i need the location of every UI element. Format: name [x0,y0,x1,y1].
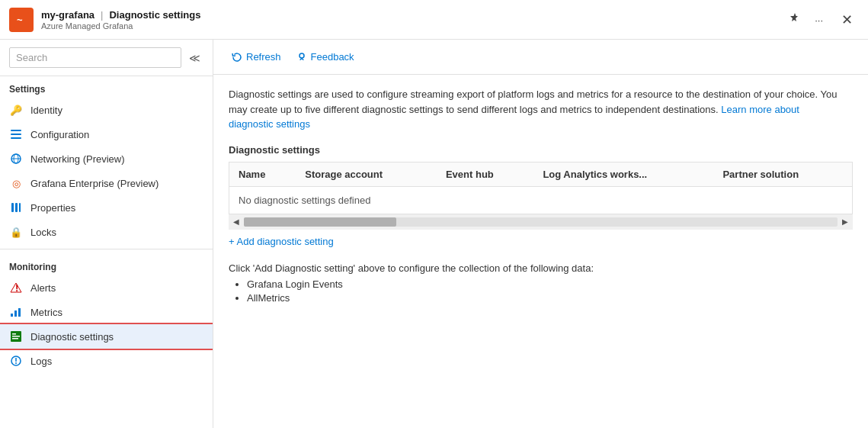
page-title: Diagnostic settings [109,9,200,21]
sidebar-item-diagnostic-settings[interactable]: Diagnostic settings [0,324,213,349]
key-icon: 🔑 [9,103,23,117]
feedback-label: Feedback [311,51,354,63]
add-diagnostic-setting-link[interactable]: + Add diagnostic setting [229,236,334,247]
description-text: Diagnostic settings are used to configur… [229,87,838,132]
sidebar-label-networking: Networking (Preview) [30,153,125,165]
sidebar-item-grafana-enterprise[interactable]: ◎ Grafana Enterprise (Preview) [0,171,213,195]
sidebar-label-configuration: Configuration [30,129,89,140]
svg-rect-18 [12,336,20,337]
svg-rect-17 [12,333,16,335]
list-item-grafana-login: Grafana Login Events [247,278,853,290]
horizontal-scrollbar[interactable]: ◀ ▶ [229,214,853,230]
scroll-left-arrow[interactable]: ◀ [229,216,244,228]
logs-icon [9,354,23,368]
sidebar-item-metrics[interactable]: Metrics [0,300,213,324]
svg-point-22 [15,362,17,364]
svg-rect-2 [11,130,21,131]
sidebar-label-grafana-enterprise: Grafana Enterprise (Preview) [30,178,159,189]
svg-rect-19 [12,338,18,340]
col-name: Name [229,163,296,187]
no-data-message: No diagnostic settings defined [229,186,852,214]
sidebar-item-identity[interactable]: 🔑 Identity [0,98,213,122]
diagnostic-settings-section-title: Diagnostic settings [229,144,853,156]
svg-rect-4 [11,137,21,139]
collapse-sidebar-button[interactable]: ≪ [186,49,203,67]
diagnostic-table: Name Storage account Event hub Log Analy… [229,163,852,214]
metrics-icon [9,305,23,319]
sidebar-label-diagnostic-settings: Diagnostic settings [30,331,114,343]
svg-rect-13 [11,314,13,317]
header-title-block: my-grafana | Diagnostic settings Azure M… [41,9,784,31]
sidebar: ≪ Settings 🔑 Identity Configuration [0,40,213,428]
sidebar-item-configuration[interactable]: Configuration [0,122,213,146]
title-separator: | [101,9,103,21]
svg-text:!: ! [15,282,18,294]
svg-rect-8 [11,203,14,212]
search-input[interactable] [9,47,181,68]
svg-rect-14 [14,311,17,317]
svg-rect-15 [18,308,21,317]
networking-icon [9,152,23,166]
table-header-row: Name Storage account Event hub Log Analy… [229,163,852,187]
resource-name: my-grafana [41,9,94,21]
col-storage: Storage account [296,163,437,187]
header-title: my-grafana | Diagnostic settings [41,9,784,21]
diagnostic-table-container: Name Storage account Event hub Log Analy… [229,162,853,214]
refresh-button[interactable]: Refresh [226,47,287,66]
sidebar-item-locks[interactable]: 🔒 Locks [0,220,213,244]
col-partner: Partner solution [713,163,852,187]
feedback-button[interactable]: Feedback [290,47,360,66]
content-toolbar: Refresh Feedback [213,40,868,75]
scroll-thumb[interactable] [244,217,396,227]
close-button[interactable]: ✕ [835,8,859,31]
diagnostic-icon [9,330,23,343]
sidebar-label-logs: Logs [30,356,52,367]
sidebar-item-logs[interactable]: Logs [0,349,213,373]
header-actions: ··· ✕ [784,8,859,31]
scroll-right-arrow[interactable]: ▶ [838,216,853,228]
svg-rect-3 [11,134,21,135]
list-item-allmetrics: AllMetrics [247,292,853,304]
settings-section-label: Settings [0,76,213,98]
properties-icon [9,201,23,214]
config-icon [9,127,23,141]
sidebar-scroll: Settings 🔑 Identity Configuration [0,76,213,428]
svg-point-23 [299,53,304,58]
pin-button[interactable] [784,9,802,31]
no-data-row: No diagnostic settings defined [229,186,852,214]
alert-icon: ! [9,281,23,294]
lock-icon: 🔒 [9,225,23,239]
data-items-list: Grafana Login Events AllMetrics [229,278,853,304]
content-area: Refresh Feedback Diagnostic settings are… [213,40,868,428]
sidebar-item-properties[interactable]: Properties [0,195,213,220]
sidebar-search-area: ≪ [0,40,213,76]
header: ~ my-grafana | Diagnostic settings Azure… [0,0,868,40]
scroll-track[interactable] [244,217,838,227]
collection-note: Click 'Add Diagnostic setting' above to … [229,262,853,274]
app-logo: ~ [9,8,34,32]
sidebar-label-metrics: Metrics [30,307,62,318]
content-body: Diagnostic settings are used to configur… [213,75,868,428]
more-options-button[interactable]: ··· [812,10,826,30]
grafana-icon: ◎ [9,176,23,190]
sidebar-label-identity: Identity [30,105,62,116]
sidebar-label-properties: Properties [30,202,75,214]
svg-rect-10 [19,203,21,212]
sidebar-item-alerts[interactable]: ! Alerts [0,275,213,300]
sidebar-label-locks: Locks [30,227,56,238]
svg-text:~: ~ [17,14,23,26]
sidebar-divider [0,249,213,249]
sidebar-label-alerts: Alerts [30,282,56,294]
col-eventhub: Event hub [437,163,533,187]
sidebar-item-networking[interactable]: Networking (Preview) [0,146,213,171]
col-log-analytics: Log Analytics works... [533,163,713,187]
refresh-label: Refresh [246,51,281,63]
header-subtitle: Azure Managed Grafana [41,21,784,31]
svg-rect-9 [15,203,18,212]
main-layout: ≪ Settings 🔑 Identity Configuration [0,40,868,428]
monitoring-section-label: Monitoring [0,254,213,275]
